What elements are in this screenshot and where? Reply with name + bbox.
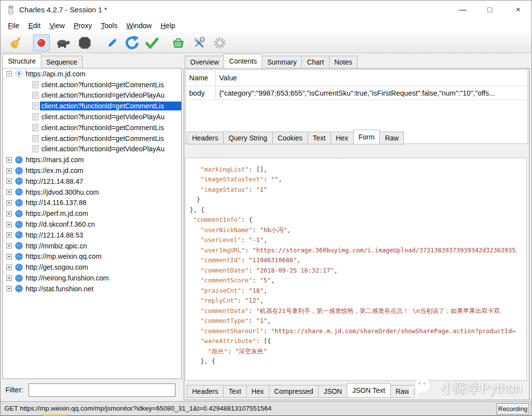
tree-request-client-action-functionid-getcommentlis[interactable]: client.action?functionId=getCommentLis <box>3 101 181 111</box>
tab-sequence[interactable]: Sequence <box>41 56 83 69</box>
json-line: "commentData": "机器在21号拿到手，第一感觉惊艳，第二感觉有点沉… <box>186 306 517 316</box>
json-line: }, { <box>186 205 517 215</box>
tree-host-http-get-sogou-com[interactable]: +http://get.sogou.com <box>3 262 181 273</box>
tree-host-http-mmbiz-qpic-cn[interactable]: +http://mmbiz.qpic.cn <box>3 241 181 251</box>
tree-host-http-neirong-funshion-com[interactable]: +http://neirong.funshion.com <box>3 273 181 283</box>
menu-proxy[interactable]: Proxy <box>69 20 97 31</box>
tree-request-client-action-functionid-getvideoplayau[interactable]: client.action?functionId=getVideoPlayAu <box>3 111 181 122</box>
recording-status-button[interactable]: Recording <box>497 403 529 415</box>
tab-summary[interactable]: Summary <box>262 56 302 69</box>
tab-json[interactable]: JSON <box>318 385 347 398</box>
tab-raw[interactable]: Raw <box>390 385 415 398</box>
tree-host-https-mp-weixin-qq-com[interactable]: +https://mp.weixin.qq.com <box>3 251 181 262</box>
status-request-url: GET https://mp.weixin.qq.com/mp/jsmonito… <box>4 402 271 416</box>
tree-request-client-action-functionid-getcommentlis[interactable]: client.action?functionId=getCommentLis <box>3 122 181 133</box>
json-line: }, { <box>186 356 517 367</box>
tools-icon[interactable] <box>191 35 207 51</box>
tab-raw[interactable]: Raw <box>379 132 404 144</box>
tab-query-string[interactable]: Query String <box>223 132 273 144</box>
menu-edit[interactable]: Edit <box>24 20 45 31</box>
collapse-icon[interactable]: − <box>6 71 12 76</box>
expand-icon[interactable]: + <box>6 211 12 216</box>
globe-icon <box>15 156 23 164</box>
tree-host-https-mars-jd-com[interactable]: +https://mars.jd.com <box>3 154 181 165</box>
expand-icon[interactable]: + <box>6 265 12 270</box>
tab-headers[interactable]: Headers <box>187 385 224 398</box>
expand-icon[interactable]: + <box>6 254 12 259</box>
tab-structure[interactable]: Structure <box>2 54 41 69</box>
close-icon[interactable]: × <box>507 0 530 19</box>
globe-icon <box>15 167 23 174</box>
document-icon <box>33 124 38 131</box>
table-row-body[interactable]: body{"category":"9987;653;655","isCurren… <box>186 86 528 100</box>
tree-label: http://121.14.88.53 <box>24 231 181 240</box>
json-line: "commentScore": "5", <box>186 276 517 286</box>
throttle-turtle-icon[interactable] <box>55 35 71 51</box>
menu-tools[interactable]: Tools <box>97 20 122 31</box>
tree-host-http-d-skconf-f-360-cn[interactable]: +http://d.skconf.f.360.cn <box>3 219 181 230</box>
tree-host-http-stat-funshion-net[interactable]: +http://stat.funshion.net <box>3 283 181 294</box>
tree-host-https-jdvod-300hu-com[interactable]: +https://jdvod.300hu.com <box>3 187 181 198</box>
tab-notes[interactable]: Notes <box>329 56 358 69</box>
tab-json-text[interactable]: JSON Text <box>347 383 391 398</box>
maximize-icon[interactable]: □ <box>478 0 501 19</box>
tree-request-client-action-functionid-getvideoplayau[interactable]: client.action?functionId=getVideoPlayAu <box>3 144 181 155</box>
expand-icon[interactable]: + <box>6 178 12 184</box>
tree-host-http-121-14-88-47[interactable]: +http://121.14.88.47 <box>3 176 181 187</box>
validate-check-icon[interactable] <box>143 35 160 51</box>
clear-broom-icon[interactable] <box>7 35 24 51</box>
tree-host-http-121-14-88-53[interactable]: +http://121.14.88.53 <box>3 230 181 241</box>
document-icon <box>33 92 38 99</box>
tree-host-http-14-116-137-88[interactable]: +http://14.116.137.88 <box>3 198 181 208</box>
json-line: "userImgURL": "https://storage.360buyimg… <box>186 245 517 256</box>
tree-label: http://stat.funshion.net <box>24 284 181 293</box>
column-value: Value <box>216 70 528 86</box>
expand-icon[interactable]: + <box>6 168 12 173</box>
tree-label: client.action?functionId=getCommentLis <box>40 134 181 143</box>
minimize-icon[interactable]: — <box>451 0 474 19</box>
tab-compressed[interactable]: Compressed <box>269 385 319 398</box>
expand-icon[interactable]: + <box>6 157 12 163</box>
json-line: "markingList": [], <box>186 165 517 175</box>
shopping-basket-icon[interactable] <box>170 35 187 51</box>
tab-text[interactable]: Text <box>223 385 247 398</box>
menu-window[interactable]: Window <box>122 20 157 31</box>
tab-hex[interactable]: Hex <box>246 385 269 398</box>
globe-icon <box>15 188 23 196</box>
record-button[interactable] <box>33 35 50 51</box>
json-line: "replyCnt": "12", <box>186 296 517 306</box>
json-line: "userNickName": "hb小冯", <box>186 225 517 236</box>
menu-file[interactable]: File <box>3 20 24 31</box>
filter-input[interactable] <box>29 383 175 397</box>
tab-form[interactable]: Form <box>353 130 380 144</box>
expand-icon[interactable]: + <box>6 200 12 206</box>
menu-help[interactable]: Help <box>156 20 180 31</box>
tab-chart[interactable]: Chart <box>301 56 329 69</box>
tree-request-client-action-functionid-getcommentlis[interactable]: client.action?functionId=getCommentLis <box>3 79 181 90</box>
expand-icon[interactable]: + <box>6 286 12 291</box>
tab-hex[interactable]: Hex <box>331 132 354 144</box>
tree-request-client-action-functionid-getvideoplayau[interactable]: client.action?functionId=getVideoPlayAu <box>3 90 181 101</box>
expand-icon[interactable]: + <box>6 222 12 227</box>
tree-host-https-api-m-jd-com[interactable]: −https://api.m.jd.com <box>3 69 181 79</box>
expand-icon[interactable]: + <box>6 243 12 248</box>
tree-host-https-ex-m-jd-com[interactable]: +https://ex.m.jd.com <box>3 165 181 176</box>
expand-icon[interactable]: + <box>6 189 12 195</box>
tab-headers[interactable]: Headers <box>187 132 224 144</box>
compose-pen-icon[interactable] <box>104 35 121 51</box>
tree-label: https://jdvod.300hu.com <box>24 188 181 197</box>
repeat-refresh-icon[interactable] <box>124 35 140 51</box>
tree-host-https-perf-m-jd-com[interactable]: +https://perf.m.jd.com <box>3 208 181 219</box>
tab-cookies[interactable]: Cookies <box>272 132 308 144</box>
expand-icon[interactable]: + <box>6 232 12 238</box>
tree-request-client-action-functionid-getcommentlis[interactable]: client.action?functionId=getCommentLis <box>3 133 181 144</box>
tab-contents[interactable]: Contents <box>224 54 262 69</box>
settings-gear-icon[interactable] <box>211 35 228 51</box>
breakpoints-icon[interactable] <box>76 35 93 51</box>
tab-text[interactable]: Text <box>307 132 331 144</box>
menu-view[interactable]: View <box>45 20 69 31</box>
left-panel-tabs: StructureSequence <box>2 54 82 69</box>
expand-icon[interactable]: + <box>6 276 12 281</box>
tab-overview[interactable]: Overview <box>185 56 224 69</box>
response-view-tabs: HeadersTextHexCompressedJSONJSON TextRaw <box>187 381 414 398</box>
